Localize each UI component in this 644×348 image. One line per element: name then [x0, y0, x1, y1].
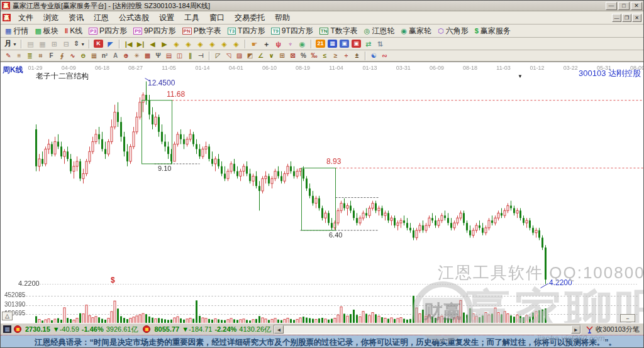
menu-item-news[interactable]: 资讯: [64, 11, 89, 24]
tb2-save-view-button[interactable]: ▣: [340, 40, 349, 48]
draw-tool-1-7[interactable]: ⊠: [288, 51, 297, 61]
tb2-updown-scale[interactable]: ⇕▼: [73, 38, 86, 50]
draw-tool-1-11[interactable]: ≥: [331, 51, 340, 61]
structure-dropdown-caret[interactable]: ▼: [518, 73, 523, 79]
draw-tool-1-6[interactable]: ⊞: [277, 51, 287, 61]
draw-tool-0-14[interactable]: Ψ: [153, 51, 163, 61]
toolbar-button-p-number-table[interactable]: PNP数字表: [180, 25, 223, 37]
mdi-restore-button[interactable]: ❐: [622, 14, 631, 22]
draw-tool-0-15[interactable]: ▤: [164, 51, 174, 61]
scroll-left-button[interactable]: ◂: [274, 325, 284, 334]
menu-item-formula-pick[interactable]: 公式选股: [114, 11, 154, 24]
menu-item-trade-entrust[interactable]: 交易委托: [230, 11, 270, 24]
maximize-button[interactable]: □: [618, 2, 630, 10]
tb2-calculator-button[interactable]: ▦: [328, 40, 337, 48]
chart-horizontal-scrollbar[interactable]: ◂ ▸: [274, 325, 581, 334]
menu-item-settings[interactable]: 设置: [154, 11, 179, 24]
menu-item-browse[interactable]: 浏览: [38, 11, 64, 24]
draw-tool-0-17[interactable]: ∥: [186, 51, 195, 61]
tb2-pan-tool[interactable]: ☛: [249, 39, 260, 49]
toolbar-button-winner-wheel[interactable]: ◉赢家轮: [399, 25, 433, 37]
shanghai-index-icon[interactable]: [14, 325, 21, 333]
draw-tool-1-8[interactable]: %: [299, 51, 308, 61]
scroll-right-button[interactable]: ▸: [571, 325, 580, 334]
tb2-circle-tool[interactable]: ◉: [297, 39, 308, 49]
draw-tool-0-4[interactable]: F: [47, 51, 56, 61]
tb2-gann-nav-1[interactable]: ◈: [171, 39, 182, 49]
draw-tool-1-1[interactable]: ◹: [224, 51, 233, 61]
toolbar-button-t-number-table[interactable]: TNT数字表: [318, 25, 360, 37]
shenzhen-index-icon[interactable]: [143, 325, 150, 333]
volume-pane-expand-button[interactable]: △: [2, 312, 13, 320]
minimize-button[interactable]: —: [606, 2, 617, 10]
toolbar-button-9p-square[interactable]: P99P四方形: [131, 25, 177, 37]
tb2-color-chart[interactable]: ◤: [105, 39, 116, 49]
toolbar-button-9t-square[interactable]: T99T四方形: [269, 25, 314, 37]
menu-item-file[interactable]: 文件: [13, 11, 38, 24]
tb2-gann-nav-3[interactable]: ◈: [195, 39, 206, 49]
draw-tool-0-2[interactable]: ≣: [25, 51, 35, 61]
draw-tool-0-11[interactable]: ⊕: [121, 51, 131, 61]
toolbar-button-p-square[interactable]: P3P四方形: [87, 25, 129, 37]
draw-tool-0-7[interactable]: ⊖: [79, 51, 88, 61]
draw-tool-0-0[interactable]: ✎: [4, 51, 13, 61]
toolbar-button-gann-wheel[interactable]: ◎江恩轮: [362, 25, 397, 37]
tb2-gann-nav-6[interactable]: ◈: [231, 39, 242, 49]
draw-tool-2-0[interactable]: ☯: [369, 51, 379, 61]
quote-grid-icon[interactable]: ▦: [3, 325, 11, 333]
draw-tool-0-3[interactable]: ⌗: [36, 51, 45, 61]
volume-pane-collapse-button[interactable]: −: [620, 314, 635, 322]
tb2-data-update-button[interactable]: ⇅: [375, 39, 386, 49]
tb2-gann-nav-5[interactable]: ◈: [219, 39, 230, 49]
toolbar-button-sectors[interactable]: ▩板块: [33, 25, 60, 37]
draw-tool-1-0[interactable]: ◸: [213, 51, 223, 61]
draw-tool-1-9[interactable]: ‰: [309, 51, 319, 61]
menu-item-gann[interactable]: 江恩: [89, 11, 114, 24]
draw-tool-0-9[interactable]: n²: [100, 51, 109, 61]
toolbar-button-quotes[interactable]: ▦行情: [3, 25, 30, 37]
draw-tool-0-8[interactable]: ▦: [89, 51, 99, 61]
tb2-data-transfer-button[interactable]: ⇄: [363, 39, 374, 49]
toolbar-button-t-square[interactable]: T3T四方形: [226, 25, 267, 37]
tb2-last-page[interactable]: ▶|: [135, 39, 146, 49]
tb2-layout-2[interactable]: ▦: [37, 39, 48, 49]
mdi-close-button[interactable]: ✕: [632, 14, 641, 22]
tb2-crosshair-tool[interactable]: ＋: [261, 39, 272, 49]
menu-item-window[interactable]: 窗口: [204, 11, 230, 24]
tick-feed-label[interactable]: 收300103分笔: [596, 325, 640, 334]
draw-tool-0-5[interactable]: ∮: [57, 51, 67, 61]
menu-item-tools[interactable]: 工具: [179, 11, 204, 24]
draw-tool-1-3[interactable]: ◩: [245, 51, 255, 61]
tb2-period-dropdown[interactable]: 月▼: [4, 38, 18, 50]
tb2-first-page[interactable]: |◀: [123, 39, 134, 49]
toolbar-button-kline[interactable]: ‖K线: [63, 25, 85, 37]
draw-tool-0-13[interactable]: ▩: [143, 51, 152, 61]
tb2-tag-tool[interactable]: ♆: [285, 39, 296, 49]
menu-item-help[interactable]: 帮助: [270, 11, 295, 24]
toolbar-button-hexagon[interactable]: ⬡六角形: [436, 25, 470, 37]
tb2-page-left[interactable]: ◀: [147, 39, 158, 49]
tb2-gann-nav-4[interactable]: ◈: [207, 39, 218, 49]
tb2-layout-4[interactable]: ⊟: [61, 39, 72, 49]
draw-tool-0-10[interactable]: A: [111, 51, 120, 61]
draw-tool-0-12[interactable]: ✳: [132, 51, 142, 61]
draw-tool-1-10[interactable]: ≤: [320, 51, 330, 61]
tb2-gann-nav-2[interactable]: ◈: [183, 39, 194, 49]
draw-tool-1-13[interactable]: ±: [352, 51, 362, 61]
draw-tool-1-12[interactable]: ÷: [341, 51, 351, 61]
tb2-calendar-button[interactable]: 21: [316, 40, 325, 48]
kline-chart-canvas[interactable]: [1, 62, 644, 324]
tb2-layout-3[interactable]: ⊞: [49, 39, 60, 49]
tb2-lasso-tool[interactable]: ψ: [273, 39, 284, 49]
close-button[interactable]: ✕: [631, 2, 642, 10]
toolbar-button-winner-service[interactable]: $赢家服务: [473, 25, 513, 37]
mdi-minimize-button[interactable]: —: [612, 14, 621, 22]
tb2-page-right[interactable]: ▶: [159, 39, 170, 49]
tb2-save-button[interactable]: ▣: [352, 40, 361, 48]
draw-tool-1-2[interactable]: ▨: [235, 51, 244, 61]
tb2-kline-style[interactable]: K: [94, 40, 103, 48]
draw-tool-2-1[interactable]: ∾: [380, 51, 389, 61]
draw-tool-0-18[interactable]: ⊣: [196, 51, 206, 61]
draw-tool-0-1[interactable]: ≡: [14, 51, 24, 61]
tb2-layout-1[interactable]: ▤: [25, 39, 36, 49]
